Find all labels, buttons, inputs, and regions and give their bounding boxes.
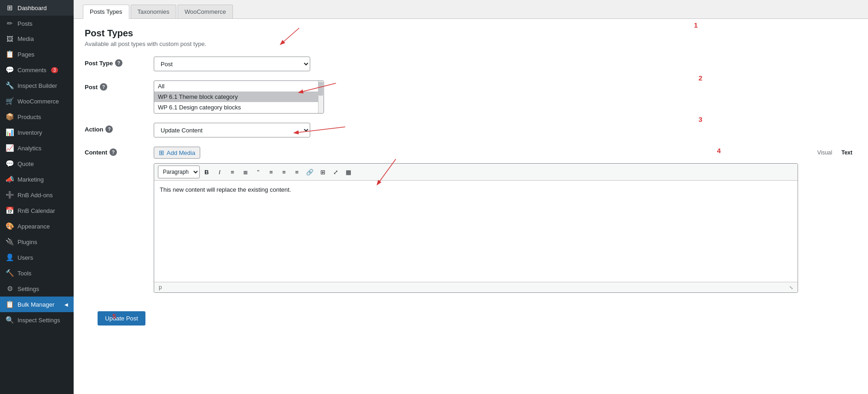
align-right-button[interactable]: ≡ — [291, 166, 303, 178]
sidebar-item-inspect-settings[interactable]: 🔍 Inspect Settings — [0, 312, 74, 328]
post-type-label: Post Type ? — [85, 57, 149, 67]
editor-resize-handle[interactable]: ⤡ — [789, 285, 793, 290]
grid-button[interactable]: ▦ — [342, 166, 354, 178]
tab-woocommerce[interactable]: WooCommerce — [178, 5, 233, 18]
analytics-icon: 📈 — [6, 144, 14, 152]
sidebar-label: Products — [17, 114, 41, 120]
sidebar-label: WooCommerce — [17, 98, 59, 105]
update-post-button[interactable]: Update Post — [98, 311, 145, 325]
action-row: Action ? Update Content Delete Publish U… — [85, 123, 857, 137]
sidebar-item-users[interactable]: 👤 Users — [0, 250, 74, 265]
content-label: Content ? — [85, 147, 149, 156]
sidebar-item-settings[interactable]: ⚙ Settings — [0, 281, 74, 297]
marketing-icon: 📣 — [6, 175, 14, 183]
add-media-button[interactable]: ⊞ Add Media — [154, 147, 200, 159]
page-subtitle: Available all post types with custom pos… — [85, 40, 857, 47]
expand-button[interactable]: ⤢ — [330, 166, 341, 178]
sidebar-item-analytics[interactable]: 📈 Analytics — [0, 140, 74, 156]
sidebar-item-rnb-calendar[interactable]: 📅 RnB Calendar — [0, 203, 74, 218]
list-item[interactable]: WP 6.1 Theme block category — [154, 91, 324, 102]
sidebar-item-posts[interactable]: ✏ Posts — [0, 16, 74, 31]
sidebar-label: Inspect Builder — [17, 82, 57, 89]
editor-toolbar: Paragraph Heading 1 Heading 2 B I ≡ ≣ " … — [154, 164, 798, 181]
sidebar-item-marketing[interactable]: 📣 Marketing — [0, 171, 74, 187]
table-button[interactable]: ⊞ — [317, 166, 329, 178]
sidebar-item-dashboard[interactable]: ⊞ Dashboard — [0, 0, 74, 16]
tab-visual[interactable]: Visual — [813, 148, 837, 158]
post-listbox: All WP 6.1 Theme block category WP 6.1 D… — [154, 80, 324, 114]
sidebar-label: Dashboard — [17, 5, 47, 11]
sidebar-label: Posts — [17, 20, 33, 27]
sidebar-item-inspect-builder[interactable]: 🔧 Inspect Builder — [0, 78, 74, 93]
sidebar-item-tools[interactable]: 🔨 Tools — [0, 265, 74, 281]
comments-badge: 3 — [51, 67, 58, 73]
media-icon: 🖼 — [6, 35, 14, 43]
dashboard-icon: ⊞ — [6, 4, 14, 12]
tab-text[interactable]: Text — [837, 148, 857, 158]
post-row: Post ? All WP 6.1 Theme block category W… — [85, 80, 857, 114]
sidebar-label: Inventory — [17, 129, 42, 136]
sidebar-item-quote[interactable]: 💬 Quote — [0, 156, 74, 171]
action-select[interactable]: Update Content Delete Publish Unpublish — [154, 123, 310, 137]
settings-icon: ⚙ — [6, 285, 14, 293]
unordered-list-button[interactable]: ≡ — [226, 166, 238, 178]
sidebar-item-media[interactable]: 🖼 Media — [0, 31, 74, 46]
sidebar-label: Settings — [17, 286, 39, 292]
post-type-help[interactable]: ? — [115, 59, 122, 67]
posts-icon: ✏ — [6, 19, 14, 28]
sidebar-item-pages[interactable]: 📋 Pages — [0, 46, 74, 62]
editor-tag: p — [159, 284, 162, 291]
annotation-2: 2 — [699, 74, 702, 82]
page-title: Post Types — [85, 28, 857, 39]
annotation-1: 1 — [694, 21, 698, 29]
list-item[interactable]: WP 6.1 Media category blocks — [154, 113, 324, 113]
action-label: Action ? — [85, 123, 149, 133]
sidebar-item-comments[interactable]: 💬 Comments 3 — [0, 62, 74, 78]
users-icon: 👤 — [6, 253, 14, 262]
post-type-select[interactable]: Post Page Product — [154, 57, 310, 71]
sidebar-item-inventory[interactable]: 📊 Inventory — [0, 125, 74, 140]
bottom-action-bar: 5 Update Post — [85, 302, 857, 330]
inspect-settings-icon: 🔍 — [6, 316, 14, 324]
bulk-manager-icon: 📋 — [6, 300, 14, 308]
action-help[interactable]: ? — [105, 126, 113, 133]
content-help[interactable]: ? — [110, 148, 117, 156]
listbox-scrollbar[interactable] — [318, 81, 324, 113]
sidebar-label: Appearance — [17, 223, 50, 230]
sidebar-item-bulk-manager[interactable]: 📋 Bulk Manager ◀ — [0, 297, 74, 312]
post-listbox-control: All WP 6.1 Theme block category WP 6.1 D… — [154, 80, 329, 114]
sidebar-label: Comments — [17, 67, 46, 74]
comments-icon: 💬 — [6, 66, 14, 74]
post-type-control: Post Page Product — [154, 57, 310, 71]
tabs-bar: Posts Types Taxonomies WooCommerce — [74, 0, 868, 19]
post-help[interactable]: ? — [100, 83, 107, 91]
italic-button[interactable]: I — [214, 166, 226, 178]
align-left-button[interactable]: ≡ — [265, 166, 277, 178]
sidebar-item-appearance[interactable]: 🎨 Appearance — [0, 218, 74, 234]
rnb-addons-icon: ➕ — [6, 191, 14, 199]
post-label: Post ? — [85, 80, 149, 91]
sidebar-item-plugins[interactable]: 🔌 Plugins — [0, 234, 74, 250]
ordered-list-button[interactable]: ≣ — [239, 166, 251, 178]
sidebar-item-woocommerce[interactable]: 🛒 WooCommerce — [0, 93, 74, 109]
woocommerce-icon: 🛒 — [6, 97, 14, 105]
editor-footer: p ⤡ — [154, 282, 798, 292]
tab-taxonomies[interactable]: Taxonomies — [131, 5, 176, 18]
link-button[interactable]: 🔗 — [304, 166, 316, 178]
list-item[interactable]: WP 6.1 Design category blocks — [154, 102, 324, 113]
content-area: 1 2 3 4 Post Types Available all post ty… — [74, 19, 868, 394]
sidebar-item-rnb-addons[interactable]: ➕ RnB Add-ons — [0, 187, 74, 203]
sidebar-item-products[interactable]: 📦 Products — [0, 109, 74, 125]
tab-posts-types[interactable]: Posts Types — [83, 5, 129, 19]
sidebar-label: Analytics — [17, 145, 41, 152]
editor-body[interactable]: This new content will replace the existi… — [154, 181, 798, 282]
add-media-icon: ⊞ — [159, 149, 164, 156]
sidebar-label: RnB Add-ons — [17, 192, 53, 199]
format-select[interactable]: Paragraph Heading 1 Heading 2 — [158, 166, 200, 178]
blockquote-button[interactable]: " — [252, 166, 264, 178]
align-center-button[interactable]: ≡ — [278, 166, 290, 178]
list-item[interactable]: All — [154, 81, 324, 91]
bold-button[interactable]: B — [201, 166, 213, 178]
view-tabs: Visual Text — [813, 148, 857, 158]
sidebar-label: Inspect Settings — [17, 317, 60, 324]
